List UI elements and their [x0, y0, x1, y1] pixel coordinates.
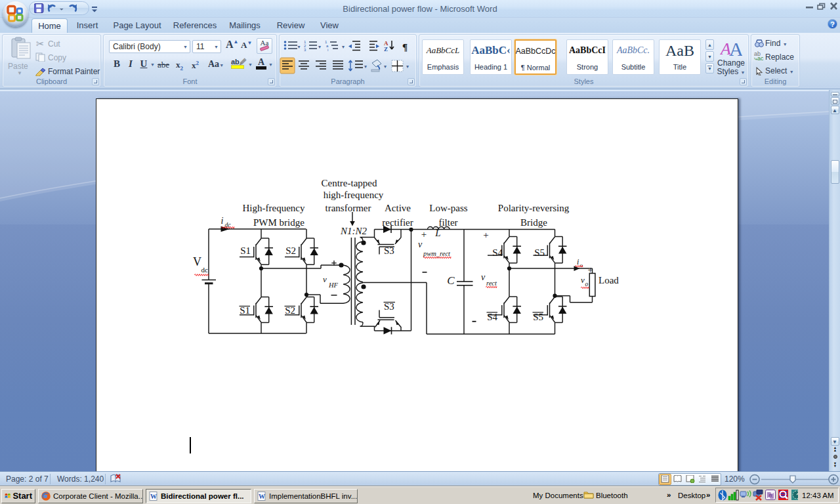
svg-text:▾: ▾ [342, 44, 345, 50]
svg-text:▾: ▾ [406, 64, 409, 70]
svg-text:▾: ▾ [318, 44, 321, 50]
svg-text:i: i [327, 48, 328, 52]
svg-text:W: W [259, 492, 265, 499]
svg-text:¶: ¶ [402, 42, 408, 52]
svg-text:3: 3 [304, 48, 306, 52]
svg-text:n: n [769, 492, 772, 498]
svg-text:Z: Z [384, 46, 388, 52]
svg-text:▾: ▾ [364, 64, 367, 70]
svg-text:▾: ▾ [298, 44, 301, 50]
svg-text:▾: ▾ [384, 64, 387, 70]
svg-text:W: W [150, 492, 157, 499]
svg-text:A: A [729, 38, 742, 57]
